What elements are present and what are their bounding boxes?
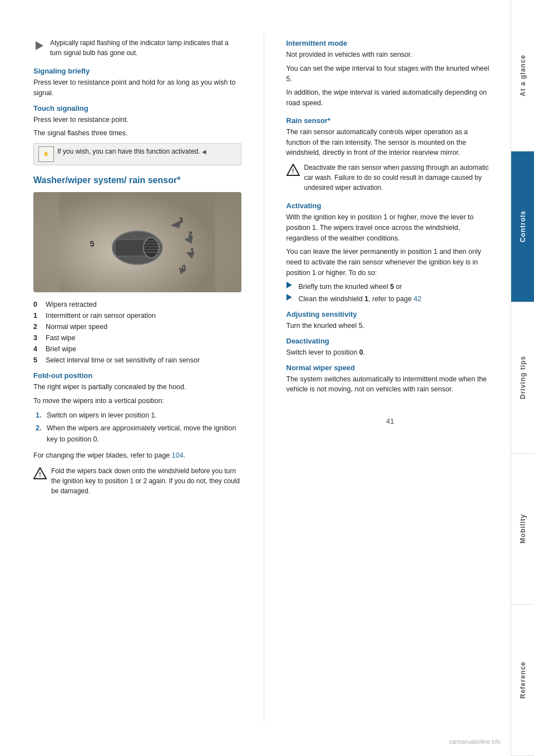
touch-notice-icon: ✋ [38, 146, 54, 162]
activating-text1: With the ignition key in position 1 or h… [286, 212, 495, 243]
deactivating-text: Switch lever to position 0. [286, 347, 495, 358]
list-item: 2. When the wipers are approximately ver… [36, 423, 241, 445]
list-item: 2 Normal wiper speed [33, 321, 241, 332]
fold-warning-notice: ! Fold the wipers back down onto the win… [33, 466, 241, 499]
page-container: Atypically rapid flashing of the indicat… [0, 0, 534, 756]
rain-warning-triangle-icon: ! [286, 164, 300, 178]
list-item: 5 Select interval time or set sensitivit… [33, 355, 241, 366]
svg-text:!: ! [292, 168, 294, 174]
sidebar-label-reference: Reference [519, 661, 527, 699]
intermittent-text2: You can set the wipe interval to four st… [286, 63, 495, 85]
deactivating-heading: Deactivating [286, 337, 495, 345]
rain-sensor-heading: Rain sensor* [286, 116, 495, 125]
svg-text:5: 5 [90, 239, 95, 248]
svg-point-3 [144, 238, 159, 258]
rain-sensor-warning: ! Deactivate the rain sensor when passin… [286, 163, 495, 196]
warning-triangle-icon: ! [33, 467, 47, 481]
page-104-link[interactable]: 104 [172, 451, 184, 459]
rain-sensor-warning-text: Deactivate the rain sensor when passing … [304, 163, 495, 193]
sidebar-section-controls[interactable]: Controls [511, 151, 534, 303]
signaling-briefly-text: Press lever to resistance point and hold… [33, 77, 241, 99]
normal-wiper-heading: Normal wiper speed [286, 364, 495, 372]
adjusting-sensitivity-heading: Adjusting sensitivity [286, 310, 495, 318]
sidebar-section-at-a-glance[interactable]: At a glance [511, 0, 534, 151]
bullet-arrow-1 [286, 282, 292, 288]
sidebar-label-driving-tips: Driving tips [519, 356, 527, 399]
sidebar-section-driving-tips[interactable]: Driving tips [511, 302, 534, 454]
washer-wiper-heading: Washer/wiper system/ rain sensor* [33, 175, 241, 185]
indicator-notice: Atypically rapid flashing of the indicat… [33, 38, 241, 61]
list-item: 1 Intermittent or rain sensor operation [33, 310, 241, 321]
fold-out-text2: To move the wipers into a vertical posit… [33, 396, 241, 406]
bullet-text-2: Clean the windshield 1, refer to page 42 [299, 294, 422, 305]
bullet-arrow-2 [286, 294, 292, 301]
list-item: 4 Brief wipe [33, 343, 241, 355]
wiper-items-list: 0 Wipers retracted 1 Intermittent or rai… [33, 299, 241, 366]
intermittent-text1: Not provided in vehicles with rain senso… [286, 50, 495, 60]
sidebar-section-reference[interactable]: Reference [511, 605, 534, 756]
page-number: 41 [386, 417, 394, 425]
rain-sensor-text1: The rain sensor automatically controls w… [286, 127, 495, 158]
wiper-diagram: 3 2 1 0 5 [33, 192, 241, 292]
bullet-item-1: Briefly turn the knurled wheel 5 or [286, 282, 495, 292]
touch-signaling-heading: Touch signaling [33, 104, 241, 112]
play-notice-icon [33, 38, 46, 51]
fold-warning-text: Fold the wipers back down onto the winds… [51, 466, 241, 496]
back-arrow-touch: ◀ [202, 149, 206, 155]
fold-out-steps: 1. Switch on wipers in lever position 1.… [33, 410, 241, 445]
bullet-item-2: Clean the windshield 1, refer to page 42 [286, 294, 495, 305]
signaling-briefly-heading: Signaling briefly [33, 67, 241, 75]
svg-text:!: ! [39, 471, 41, 478]
fold-out-text1: The right wiper is partially concealed b… [33, 382, 241, 392]
activating-text2: You can leave the lever permanently in p… [286, 247, 495, 278]
normal-wiper-text: The system switches automatically to int… [286, 374, 495, 395]
fold-out-heading: Fold-out position [33, 371, 241, 380]
touch-signaling-text1: Press lever to resistance point. [33, 115, 241, 125]
watermark: carmanualonline.info [449, 739, 501, 745]
wiper-image-inner: 3 2 1 0 5 [33, 192, 241, 292]
touch-signaling-notice: ✋ If you wish, you can have this functio… [33, 143, 241, 165]
indicator-notice-text: Atypically rapid flashing of the indicat… [50, 38, 241, 58]
list-item: 3 Fast wipe [33, 332, 241, 343]
page-42-link[interactable]: 42 [414, 295, 422, 303]
intermittent-text3: In addition, the wipe interval is varied… [286, 87, 495, 109]
sidebar-label-controls: Controls [519, 210, 527, 242]
sidebar-section-mobility[interactable]: Mobility [511, 454, 534, 605]
right-column: Intermittent mode Not provided in vehicl… [286, 33, 495, 723]
left-column: Atypically rapid flashing of the indicat… [33, 33, 241, 723]
page-number-container: 41 [286, 417, 495, 425]
list-item: 0 Wipers retracted [33, 299, 241, 310]
activating-heading: Activating [286, 202, 495, 210]
list-item: 1. Switch on wipers in lever position 1. [36, 410, 241, 421]
main-content: Atypically rapid flashing of the indicat… [0, 0, 511, 756]
sidebar-active-indicator [511, 218, 513, 235]
play-arrow-icon [36, 41, 43, 50]
touch-signaling-text2: The signal flashes three times. [33, 128, 241, 139]
bullet-text-1: Briefly turn the knurled wheel 5 or [299, 282, 402, 292]
fold-out-text3: For changing the wiper blades, refer to … [33, 450, 241, 461]
touch-notice-text: If you wish, you can have this function … [57, 146, 206, 156]
sidebar-label-at-a-glance: At a glance [519, 55, 527, 96]
wiper-svg: 3 2 1 0 5 [33, 192, 241, 292]
adjusting-text: Turn the knurled wheel 5. [286, 321, 495, 331]
sidebar-label-mobility: Mobility [519, 514, 527, 543]
column-divider [264, 33, 264, 723]
intermittent-heading: Intermittent mode [286, 39, 495, 47]
sidebar: At a glance Controls Driving tips Mobili… [511, 0, 534, 756]
